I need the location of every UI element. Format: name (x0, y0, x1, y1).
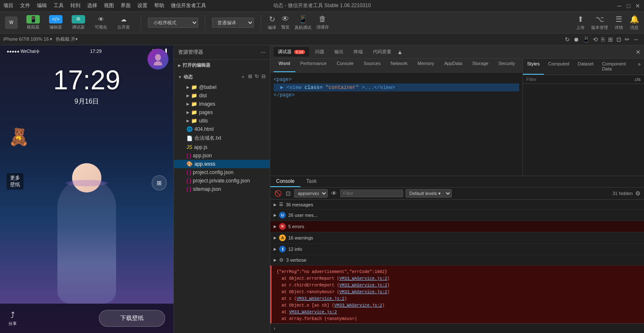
error-file-1[interactable]: VM33_WAService.js:2 (339, 276, 387, 281)
computed-tab[interactable]: Computed (544, 59, 574, 75)
styles-filter-input[interactable] (526, 77, 632, 82)
error-file-4[interactable]: VM33_WAService.js:2 (297, 297, 344, 301)
console-filter-input[interactable] (340, 190, 403, 197)
dataset-tab[interactable]: Dataset (574, 59, 598, 75)
filter-toggle-button[interactable]: ⊡ (285, 189, 292, 198)
record-icon[interactable]: ⏺ (573, 36, 579, 43)
console-source-select[interactable]: appservice (294, 189, 328, 198)
cls-toggle[interactable]: .cls (634, 77, 641, 82)
console-level-select[interactable]: Default levels ▾ (406, 189, 452, 198)
close-button[interactable]: ✕ (635, 3, 641, 9)
xml-page-open[interactable]: <page> (274, 76, 519, 83)
menu-bar[interactable]: 项目 文件 编辑 工具 转到 选择 视图 界面 设置 帮助 微信开发者工具 (3, 2, 206, 9)
tab-memory[interactable]: Memory (413, 59, 440, 72)
console-group-info[interactable]: ▶ ℹ 12 info (270, 244, 644, 255)
tab-code-quality[interactable]: 代码质量 (369, 47, 396, 57)
file-hefarenming[interactable]: 📄 合法域名.txt (174, 133, 270, 143)
folder-pages[interactable]: ▶ 📁 pages (174, 108, 270, 117)
cloud-button[interactable]: ☁ 云开发 (113, 15, 134, 30)
styles-more-button[interactable]: » (634, 59, 644, 75)
menu-item-settings[interactable]: 设置 (137, 2, 147, 9)
refresh-tree-icon[interactable]: ↻ (255, 73, 259, 81)
menu-item-edit[interactable]: 编辑 (37, 2, 47, 9)
error-file-5[interactable]: VM33_WAService.js:2 (334, 303, 382, 308)
xml-view-line[interactable]: ▶ <view class= "container" >...</view> (274, 83, 519, 91)
upload-action[interactable]: ⬆ 上传 (576, 15, 585, 31)
project-section[interactable]: ▼ 动态 ＋ ⊞ ↻ ⊟ (174, 71, 270, 83)
devtools-close-button[interactable]: ✕ (636, 49, 641, 55)
compile-selector[interactable]: 普通编译 (212, 18, 254, 28)
console-input[interactable] (278, 326, 641, 331)
rotate-icon[interactable]: ⟲ (593, 36, 598, 43)
folder-utils[interactable]: ▶ 📁 utils (174, 117, 270, 125)
clear-cache-action[interactable]: 🗑 清缓存 (316, 15, 329, 30)
folder-babel[interactable]: ▶ 📁 @babel (174, 83, 270, 91)
tab-storage[interactable]: Storage (467, 59, 494, 72)
menu-item-help[interactable]: 帮助 (154, 2, 164, 9)
tab-network[interactable]: Network (385, 59, 412, 72)
file-404html[interactable]: 🌐 404.html (174, 125, 270, 133)
file-appjson[interactable]: { } app.json (174, 151, 270, 160)
real-debug-action[interactable]: 📱 真机调试 (295, 15, 311, 31)
menu-item-wechat-devtools[interactable]: 微信开发者工具 (171, 2, 206, 9)
tab-terminal[interactable]: 终端 (349, 47, 367, 57)
phone-corner-button[interactable]: ⊞ (152, 175, 167, 190)
open-editors-section[interactable]: ▶ 打开的编辑器 (174, 60, 270, 71)
component-data-tab[interactable]: Component Data (598, 59, 635, 75)
tab-sources[interactable]: Sources (359, 59, 385, 72)
device-selector[interactable]: iPhone 6/7/8 100% 16 ▾ (3, 36, 52, 42)
console-group-errors[interactable]: ▶ ✕ 5 errors (270, 221, 644, 232)
menu-item-project[interactable]: 项目 (3, 2, 13, 9)
file-projectconfig[interactable]: { } project.config.json (174, 168, 270, 177)
phone-icon[interactable]: 📱 (582, 36, 590, 43)
clear-console-button[interactable]: 🚫 (274, 189, 282, 198)
file-sitemap[interactable]: { } sitemap.json (174, 185, 270, 193)
expand-icon[interactable]: ↔ (633, 36, 639, 43)
details-action[interactable]: ☰ 详情 (615, 15, 623, 31)
preview-action[interactable]: 👁 预览 (281, 15, 290, 30)
menu-item-select[interactable]: 选择 (87, 2, 97, 9)
menu-item-file[interactable]: 文件 (20, 2, 30, 9)
copy-icon[interactable]: ⎘ (601, 36, 605, 43)
message-action[interactable]: 🔔 消息 (630, 15, 639, 31)
new-file-icon[interactable]: ＋ (241, 73, 246, 81)
console-group-all-messages[interactable]: ▶ ☰ 36 messages (270, 200, 644, 210)
tab-performance[interactable]: Performance (295, 59, 332, 72)
tab-debugger[interactable]: 调试器 5.16 (274, 47, 309, 57)
capture-icon[interactable]: ⊡ (616, 36, 621, 43)
new-folder-icon[interactable]: ⊞ (248, 73, 252, 81)
xml-page-close[interactable]: </page> (274, 91, 519, 99)
share-button[interactable]: ⤴ 分享 (8, 310, 17, 327)
file-appwxss[interactable]: 🎨 app.wxss (174, 160, 270, 168)
screenshot-icon[interactable]: ✏ (625, 36, 630, 43)
editor-button[interactable]: </> 编辑器 (45, 15, 66, 30)
folder-dist[interactable]: ▶ 📁 dist (174, 91, 270, 100)
styles-tab[interactable]: Styles (523, 59, 544, 75)
collapse-icon[interactable]: ⊟ (261, 73, 266, 81)
mode-selector[interactable]: 小程序模式 (148, 18, 198, 28)
error-file-2[interactable]: VM33_WAService.js:2 (339, 283, 387, 288)
version-action[interactable]: ⌥ 版本管理 (591, 15, 608, 31)
minimize-button[interactable]: ─ (616, 3, 622, 9)
folder-images[interactable]: ▶ 📁 images (174, 100, 270, 108)
tab-console[interactable]: Console (331, 59, 358, 72)
console-settings-icon[interactable]: ⚙ (635, 190, 641, 197)
menu-item-goto[interactable]: 转到 (70, 2, 80, 9)
compile-action[interactable]: ↻ 编译 (268, 15, 276, 31)
console-sub-tab-console[interactable]: Console (270, 176, 300, 187)
menu-item-tool[interactable]: 工具 (54, 2, 64, 9)
tab-output[interactable]: 输出 (330, 47, 348, 57)
menu-item-interface[interactable]: 界面 (121, 2, 131, 9)
window-controls[interactable]: ─ □ ✕ (616, 3, 641, 9)
error-file-3[interactable]: VM33_WAService.js:2 (339, 290, 387, 294)
maximize-button[interactable]: □ (626, 3, 631, 9)
console-group-user-messages[interactable]: ▶ U 26 user mes... (270, 210, 644, 221)
more-icon[interactable]: ⋯ (261, 49, 266, 55)
file-appjs[interactable]: JS app.js (174, 143, 270, 151)
console-group-verbose[interactable]: ▶ ⚙ 3 verbose (270, 255, 644, 265)
console-group-warnings[interactable]: ▶ ⚠ 16 warnings (270, 232, 644, 244)
tab-issues[interactable]: 问题 (311, 47, 328, 57)
hotspot-selector[interactable]: 热截截 开▾ (56, 36, 78, 42)
console-sub-tab-task[interactable]: Task (300, 176, 323, 187)
reload-icon[interactable]: ↻ (565, 36, 570, 43)
